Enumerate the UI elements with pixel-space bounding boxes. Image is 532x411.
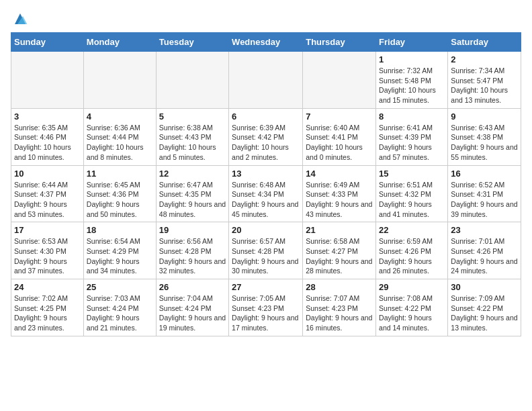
calendar-cell: 12Sunrise: 6:47 AM Sunset: 4:35 PM Dayli…: [156, 165, 228, 222]
day-info: Sunrise: 6:48 AM Sunset: 4:34 PM Dayligh…: [232, 180, 300, 220]
weekday-header-row: SundayMondayTuesdayWednesdayThursdayFrid…: [11, 33, 521, 52]
day-info: Sunrise: 7:04 AM Sunset: 4:24 PM Dayligh…: [159, 293, 226, 333]
calendar-cell: 14Sunrise: 6:49 AM Sunset: 4:33 PM Dayli…: [303, 165, 376, 222]
calendar-cell: 10Sunrise: 6:44 AM Sunset: 4:37 PM Dayli…: [11, 165, 84, 222]
day-number: 23: [451, 225, 518, 235]
calendar-cell: 9Sunrise: 6:43 AM Sunset: 4:38 PM Daylig…: [448, 108, 521, 165]
day-info: Sunrise: 6:38 AM Sunset: 4:43 PM Dayligh…: [159, 123, 226, 163]
calendar-cell: 17Sunrise: 6:53 AM Sunset: 4:30 PM Dayli…: [11, 222, 84, 279]
calendar-cell: 7Sunrise: 6:40 AM Sunset: 4:41 PM Daylig…: [303, 108, 376, 165]
day-info: Sunrise: 6:40 AM Sunset: 4:41 PM Dayligh…: [306, 123, 373, 163]
calendar-cell: 6Sunrise: 6:39 AM Sunset: 4:42 PM Daylig…: [229, 108, 303, 165]
calendar-cell: 23Sunrise: 7:01 AM Sunset: 4:26 PM Dayli…: [448, 222, 521, 279]
day-info: Sunrise: 6:35 AM Sunset: 4:46 PM Dayligh…: [14, 123, 81, 163]
calendar-cell: 5Sunrise: 6:38 AM Sunset: 4:43 PM Daylig…: [156, 108, 228, 165]
calendar-cell: 29Sunrise: 7:08 AM Sunset: 4:22 PM Dayli…: [376, 279, 448, 336]
day-number: 25: [87, 282, 153, 292]
day-number: 7: [306, 111, 373, 122]
day-number: 15: [379, 169, 445, 179]
calendar-cell: 2Sunrise: 7:34 AM Sunset: 5:47 PM Daylig…: [448, 52, 521, 109]
day-number: 17: [14, 225, 81, 235]
calendar-cell: [303, 52, 376, 109]
weekday-header-saturday: Saturday: [448, 33, 521, 52]
weekday-header-monday: Monday: [83, 33, 156, 52]
day-number: 30: [451, 282, 518, 292]
day-info: Sunrise: 7:09 AM Sunset: 4:22 PM Dayligh…: [451, 293, 518, 333]
weekday-header-sunday: Sunday: [11, 33, 84, 52]
calendar-cell: 8Sunrise: 6:41 AM Sunset: 4:39 PM Daylig…: [376, 108, 448, 165]
day-info: Sunrise: 6:52 AM Sunset: 4:31 PM Dayligh…: [451, 180, 518, 220]
calendar-cell: [83, 52, 156, 109]
day-number: 4: [87, 111, 153, 122]
calendar-cell: [229, 52, 303, 109]
calendar-cell: [156, 52, 228, 109]
day-info: Sunrise: 6:53 AM Sunset: 4:30 PM Dayligh…: [14, 236, 81, 276]
weekday-header-wednesday: Wednesday: [229, 33, 303, 52]
week-row-2: 3Sunrise: 6:35 AM Sunset: 4:46 PM Daylig…: [11, 108, 521, 165]
calendar-cell: 24Sunrise: 7:02 AM Sunset: 4:25 PM Dayli…: [11, 279, 84, 336]
day-number: 12: [159, 169, 226, 179]
calendar-cell: [11, 52, 84, 109]
day-number: 1: [379, 54, 445, 64]
calendar-cell: 19Sunrise: 6:56 AM Sunset: 4:28 PM Dayli…: [156, 222, 228, 279]
calendar-cell: 22Sunrise: 6:59 AM Sunset: 4:26 PM Dayli…: [376, 222, 448, 279]
calendar-cell: 25Sunrise: 7:03 AM Sunset: 4:24 PM Dayli…: [83, 279, 156, 336]
week-row-1: 1Sunrise: 7:32 AM Sunset: 5:48 PM Daylig…: [11, 52, 521, 109]
day-info: Sunrise: 7:34 AM Sunset: 5:47 PM Dayligh…: [451, 66, 518, 105]
calendar-cell: 28Sunrise: 7:07 AM Sunset: 4:23 PM Dayli…: [303, 279, 376, 336]
calendar-cell: 30Sunrise: 7:09 AM Sunset: 4:22 PM Dayli…: [448, 279, 521, 336]
calendar: SundayMondayTuesdayWednesdayThursdayFrid…: [11, 32, 521, 336]
day-number: 10: [14, 169, 81, 179]
calendar-cell: 13Sunrise: 6:48 AM Sunset: 4:34 PM Dayli…: [229, 165, 303, 222]
day-info: Sunrise: 6:57 AM Sunset: 4:28 PM Dayligh…: [232, 236, 300, 276]
day-number: 14: [306, 169, 373, 179]
day-number: 19: [159, 225, 226, 235]
calendar-cell: 27Sunrise: 7:05 AM Sunset: 4:23 PM Dayli…: [229, 279, 303, 336]
day-info: Sunrise: 7:05 AM Sunset: 4:23 PM Dayligh…: [232, 293, 300, 333]
calendar-cell: 4Sunrise: 6:36 AM Sunset: 4:44 PM Daylig…: [83, 108, 156, 165]
calendar-cell: 21Sunrise: 6:58 AM Sunset: 4:27 PM Dayli…: [303, 222, 376, 279]
day-info: Sunrise: 6:51 AM Sunset: 4:32 PM Dayligh…: [379, 180, 445, 220]
week-row-3: 10Sunrise: 6:44 AM Sunset: 4:37 PM Dayli…: [11, 165, 521, 222]
calendar-cell: 1Sunrise: 7:32 AM Sunset: 5:48 PM Daylig…: [376, 52, 448, 109]
day-info: Sunrise: 6:39 AM Sunset: 4:42 PM Dayligh…: [232, 123, 300, 163]
day-number: 2: [451, 54, 518, 64]
weekday-header-friday: Friday: [376, 33, 448, 52]
weekday-header-thursday: Thursday: [303, 33, 376, 52]
day-info: Sunrise: 6:47 AM Sunset: 4:35 PM Dayligh…: [159, 180, 226, 220]
logo-icon: [12, 11, 28, 27]
day-number: 29: [379, 282, 445, 292]
day-number: 28: [306, 282, 373, 292]
day-number: 16: [451, 169, 518, 179]
day-number: 13: [232, 169, 300, 179]
day-info: Sunrise: 6:36 AM Sunset: 4:44 PM Dayligh…: [87, 123, 153, 163]
week-row-4: 17Sunrise: 6:53 AM Sunset: 4:30 PM Dayli…: [11, 222, 521, 279]
day-info: Sunrise: 6:54 AM Sunset: 4:29 PM Dayligh…: [87, 236, 153, 276]
day-number: 26: [159, 282, 226, 292]
calendar-cell: 18Sunrise: 6:54 AM Sunset: 4:29 PM Dayli…: [83, 222, 156, 279]
calendar-cell: 20Sunrise: 6:57 AM Sunset: 4:28 PM Dayli…: [229, 222, 303, 279]
day-number: 5: [159, 111, 226, 122]
day-number: 22: [379, 225, 445, 235]
day-info: Sunrise: 6:43 AM Sunset: 4:38 PM Dayligh…: [451, 123, 518, 163]
day-number: 20: [232, 225, 300, 235]
weekday-header-tuesday: Tuesday: [156, 33, 228, 52]
day-number: 11: [87, 169, 153, 179]
calendar-cell: 11Sunrise: 6:45 AM Sunset: 4:36 PM Dayli…: [83, 165, 156, 222]
day-info: Sunrise: 6:49 AM Sunset: 4:33 PM Dayligh…: [306, 180, 373, 220]
calendar-cell: 3Sunrise: 6:35 AM Sunset: 4:46 PM Daylig…: [11, 108, 84, 165]
day-number: 9: [451, 111, 518, 122]
calendar-cell: 26Sunrise: 7:04 AM Sunset: 4:24 PM Dayli…: [156, 279, 228, 336]
logo: [11, 11, 28, 27]
calendar-cell: 15Sunrise: 6:51 AM Sunset: 4:32 PM Dayli…: [376, 165, 448, 222]
day-number: 18: [87, 225, 153, 235]
day-info: Sunrise: 7:32 AM Sunset: 5:48 PM Dayligh…: [379, 66, 445, 105]
day-info: Sunrise: 7:07 AM Sunset: 4:23 PM Dayligh…: [306, 293, 373, 333]
day-info: Sunrise: 7:03 AM Sunset: 4:24 PM Dayligh…: [87, 293, 153, 333]
week-row-5: 24Sunrise: 7:02 AM Sunset: 4:25 PM Dayli…: [11, 279, 521, 336]
day-info: Sunrise: 6:58 AM Sunset: 4:27 PM Dayligh…: [306, 236, 373, 276]
day-info: Sunrise: 7:02 AM Sunset: 4:25 PM Dayligh…: [14, 293, 81, 333]
day-number: 8: [379, 111, 445, 122]
day-info: Sunrise: 6:44 AM Sunset: 4:37 PM Dayligh…: [14, 180, 81, 220]
header: [11, 11, 521, 27]
